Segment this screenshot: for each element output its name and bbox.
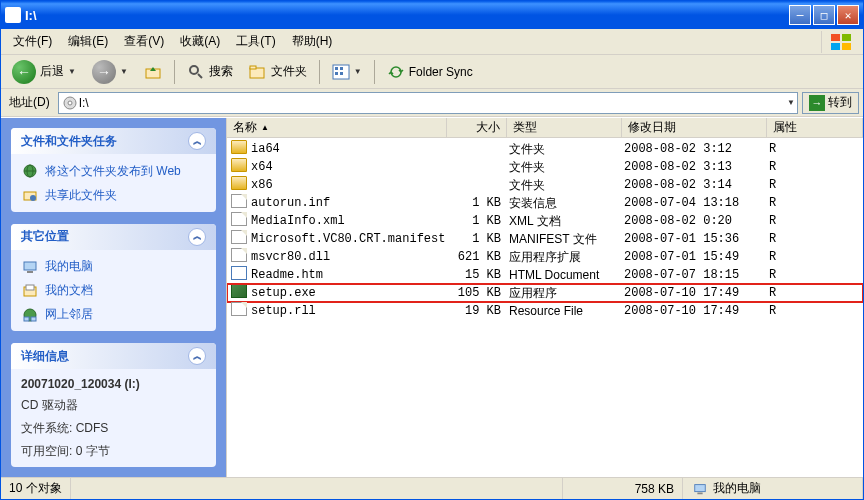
back-button[interactable]: ← 后退 ▼ — [5, 58, 83, 86]
details-volume-name: 20071020_120034 (I:) — [21, 377, 206, 391]
task-share-folder[interactable]: 共享此文件夹 — [21, 186, 206, 204]
col-attr[interactable]: 属性 — [767, 118, 863, 137]
status-spacer — [71, 478, 563, 499]
documents-icon — [21, 282, 39, 300]
col-name[interactable]: 名称 ▲ — [227, 118, 447, 137]
file-icon — [229, 284, 247, 302]
column-headers: 名称 ▲ 大小 类型 修改日期 属性 — [227, 118, 863, 138]
menu-tools[interactable]: 工具(T) — [228, 30, 283, 53]
panel-other-places: 其它位置 ︽ 我的电脑 我的文档 网上邻居 — [11, 224, 216, 331]
menu-file[interactable]: 文件(F) — [5, 30, 60, 53]
address-input-wrap[interactable]: ▼ — [58, 92, 798, 114]
file-attr: R — [765, 142, 805, 156]
svg-point-20 — [30, 195, 36, 201]
search-icon — [187, 63, 205, 81]
task-publish-web[interactable]: 将这个文件夹发布到 Web — [21, 162, 206, 180]
menu-help[interactable]: 帮助(H) — [284, 30, 341, 53]
panel-body: 20071020_120034 (I:) CD 驱动器 文件系统: CDFS 可… — [11, 369, 216, 467]
explorer-window: I:\ ─ □ ✕ 文件(F) 编辑(E) 查看(V) 收藏(A) 工具(T) … — [0, 0, 864, 500]
file-size: 15 KB — [445, 268, 505, 282]
maximize-button[interactable]: □ — [813, 5, 835, 25]
file-row[interactable]: ia64文件夹2008-08-02 3:12R — [227, 140, 863, 158]
file-list[interactable]: ia64文件夹2008-08-02 3:12Rx64文件夹2008-08-02 … — [227, 138, 863, 477]
file-attr: R — [765, 232, 805, 246]
place-network[interactable]: 网上邻居 — [21, 306, 206, 324]
file-row[interactable]: setup.exe105 KB应用程序2008-07-10 17:49R — [227, 284, 863, 302]
file-attr: R — [765, 268, 805, 282]
panel-title: 详细信息 — [21, 348, 69, 365]
file-icon — [229, 212, 247, 230]
file-size: 1 KB — [445, 214, 505, 228]
chevron-down-icon: ▼ — [354, 67, 362, 76]
panel-head-details[interactable]: 详细信息 ︽ — [11, 343, 216, 369]
minimize-button[interactable]: ─ — [789, 5, 811, 25]
svg-rect-11 — [340, 67, 343, 70]
menu-edit[interactable]: 编辑(E) — [60, 30, 116, 53]
file-attr: R — [765, 196, 805, 210]
file-row[interactable]: autorun.inf1 KB安装信息2008-07-04 13:18R — [227, 194, 863, 212]
search-button[interactable]: 搜索 — [180, 58, 240, 86]
computer-icon — [691, 480, 709, 498]
go-arrow-icon: → — [809, 95, 825, 111]
file-row[interactable]: MediaInfo.xml1 KBXML 文档2008-08-02 0:20R — [227, 212, 863, 230]
file-name: setup.rll — [247, 304, 445, 318]
file-icon — [229, 194, 247, 212]
file-icon — [229, 158, 247, 176]
col-type[interactable]: 类型 — [507, 118, 622, 137]
address-input[interactable] — [79, 96, 787, 110]
menu-favorites[interactable]: 收藏(A) — [172, 30, 228, 53]
views-button[interactable]: ▼ — [325, 58, 369, 86]
folders-label: 文件夹 — [271, 63, 307, 80]
folders-button[interactable]: 文件夹 — [242, 58, 314, 86]
svg-rect-2 — [831, 43, 840, 50]
place-label: 网上邻居 — [45, 306, 93, 323]
file-name: autorun.inf — [247, 196, 445, 210]
forward-button[interactable]: → ▼ — [85, 58, 135, 86]
file-size: 19 KB — [445, 304, 505, 318]
titlebar[interactable]: I:\ ─ □ ✕ — [1, 1, 863, 29]
statusbar: 10 个对象 758 KB 我的电脑 — [1, 477, 863, 499]
place-my-documents[interactable]: 我的文档 — [21, 282, 206, 300]
svg-rect-10 — [335, 67, 338, 70]
file-row[interactable]: x86文件夹2008-08-02 3:14R — [227, 176, 863, 194]
panel-file-tasks: 文件和文件夹任务 ︽ 将这个文件夹发布到 Web 共享此文件夹 — [11, 128, 216, 212]
folder-up-icon — [144, 63, 162, 81]
file-row[interactable]: Microsoft.VC80.CRT.manifest1 KBMANIFEST … — [227, 230, 863, 248]
chevron-up-icon: ︽ — [188, 347, 206, 365]
place-my-computer[interactable]: 我的电脑 — [21, 258, 206, 276]
computer-icon — [21, 258, 39, 276]
file-row[interactable]: Readme.htm15 KBHTML Document2008-07-07 1… — [227, 266, 863, 284]
svg-rect-22 — [27, 271, 33, 273]
go-button[interactable]: → 转到 — [802, 92, 859, 114]
chevron-down-icon: ▼ — [120, 67, 128, 76]
panel-head-other-places[interactable]: 其它位置 ︽ — [11, 224, 216, 250]
file-name: Readme.htm — [247, 268, 445, 282]
up-button[interactable] — [137, 58, 169, 86]
file-row[interactable]: msvcr80.dll621 KB应用程序扩展2008-07-01 15:49R — [227, 248, 863, 266]
panel-title: 其它位置 — [21, 228, 69, 245]
file-row[interactable]: x64文件夹2008-08-02 3:13R — [227, 158, 863, 176]
place-label: 我的电脑 — [45, 258, 93, 275]
file-row[interactable]: setup.rll19 KBResource File2008-07-10 17… — [227, 302, 863, 320]
chevron-down-icon[interactable]: ▼ — [787, 98, 795, 107]
addressbar: 地址(D) ▼ → 转到 — [1, 89, 863, 117]
panel-head-file-tasks[interactable]: 文件和文件夹任务 ︽ — [11, 128, 216, 154]
chevron-up-icon: ︽ — [188, 228, 206, 246]
svg-point-5 — [190, 66, 198, 74]
file-date: 2008-08-02 0:20 — [620, 214, 765, 228]
svg-rect-12 — [335, 72, 338, 75]
go-label: 转到 — [828, 94, 852, 111]
file-name: x86 — [247, 178, 445, 192]
close-button[interactable]: ✕ — [837, 5, 859, 25]
file-date: 2008-07-07 18:15 — [620, 268, 765, 282]
col-date[interactable]: 修改日期 — [622, 118, 767, 137]
file-name: ia64 — [247, 142, 445, 156]
tasks-sidebar: 文件和文件夹任务 ︽ 将这个文件夹发布到 Web 共享此文件夹 其它位 — [1, 118, 226, 477]
folder-sync-button[interactable]: Folder Sync — [380, 58, 480, 86]
menu-view[interactable]: 查看(V) — [116, 30, 172, 53]
file-size: 621 KB — [445, 250, 505, 264]
col-size[interactable]: 大小 — [447, 118, 507, 137]
svg-rect-3 — [842, 43, 851, 50]
status-count: 10 个对象 — [1, 478, 71, 499]
windows-logo-icon — [821, 31, 859, 53]
